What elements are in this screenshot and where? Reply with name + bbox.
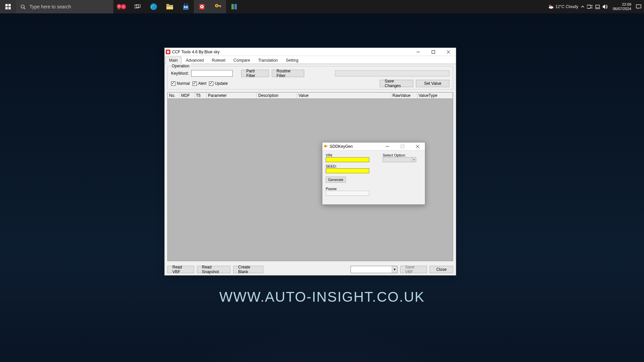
tray-chevron[interactable] xyxy=(581,5,584,8)
store-icon xyxy=(182,3,189,10)
notification-icon xyxy=(636,4,641,9)
keyword-label: KeyWord: xyxy=(171,71,189,76)
svg-rect-14 xyxy=(166,4,169,6)
start-button[interactable] xyxy=(0,0,16,13)
checkbox-update[interactable]: Update xyxy=(209,81,228,86)
weather-icon xyxy=(548,4,554,10)
ccf-app-icon xyxy=(199,3,205,10)
parti-filter-button[interactable]: PartI Filter xyxy=(241,70,269,77)
col-parameter[interactable]: Parameter xyxy=(207,93,257,99)
weather-widget[interactable]: 12°C Cloudy xyxy=(548,4,578,10)
search-placeholder: Type here to search xyxy=(30,4,71,9)
save-changes-button[interactable]: Save Changes xyxy=(380,80,413,87)
col-description[interactable]: Description xyxy=(257,93,297,99)
task-view-icon xyxy=(135,4,141,9)
taskbar-news-widget[interactable] xyxy=(113,0,129,13)
ccf-tabstrip: Main Advanced Ruleset Compare Translatio… xyxy=(165,56,456,64)
tray-notifications[interactable] xyxy=(636,4,641,9)
checkbox-alert[interactable]: Alert xyxy=(193,81,207,86)
volume-icon xyxy=(603,4,608,9)
col-rawvalue[interactable]: RawValue xyxy=(391,93,417,99)
chevron-up-icon xyxy=(581,5,584,8)
tab-ruleset[interactable]: Ruleset xyxy=(208,57,229,64)
tab-setting[interactable]: Setting xyxy=(282,57,302,64)
tray-volume[interactable] xyxy=(603,4,608,9)
tray-network[interactable] xyxy=(595,4,600,9)
roses-icon xyxy=(116,3,127,10)
taskbar-clock[interactable]: 22:09 06/07/2024 xyxy=(611,2,633,11)
tab-main[interactable]: Main xyxy=(165,57,181,64)
window-sddkeygen: SDDKeyGen VIN: SEED: Generate Passw Sele… xyxy=(322,142,425,205)
taskbar-app-unknown[interactable] xyxy=(226,0,242,13)
weather-temp: 12°C xyxy=(555,4,565,9)
svg-rect-36 xyxy=(432,50,435,53)
maximize-icon xyxy=(432,50,435,54)
taskbar-app-sddkeygen[interactable] xyxy=(210,0,226,13)
bottom-combo[interactable]: ▼ xyxy=(351,266,397,273)
tab-translation[interactable]: Translation xyxy=(254,57,281,64)
svg-rect-11 xyxy=(136,4,140,7)
passw-output xyxy=(326,191,369,196)
read-vbf-button[interactable]: Read VBF xyxy=(167,266,194,273)
create-blank-button[interactable]: Create Blank xyxy=(233,266,263,273)
select-option-combo[interactable]: ▼ xyxy=(383,157,416,162)
network-icon xyxy=(595,4,600,9)
col-valuetype[interactable]: ValueType xyxy=(417,93,453,99)
vin-input[interactable] xyxy=(326,157,369,162)
close-button[interactable] xyxy=(441,48,456,56)
generate-button[interactable]: Generate xyxy=(326,177,346,183)
system-tray: 12°C Cloudy 22:09 06/07/2024 xyxy=(545,0,644,13)
svg-rect-43 xyxy=(401,145,404,148)
svg-rect-3 xyxy=(8,7,11,9)
routine-filter-button[interactable]: Routine Filter xyxy=(272,70,305,77)
key-titlebar[interactable]: SDDKeyGen xyxy=(322,142,425,150)
passw-label: Passw xyxy=(326,187,369,191)
svg-point-21 xyxy=(201,6,203,7)
svg-rect-1 xyxy=(8,4,11,6)
select-option-label: Select Option: xyxy=(383,153,416,157)
save-vbf-button[interactable]: Save VBF xyxy=(400,266,427,273)
close-app-button[interactable]: Close xyxy=(430,266,453,273)
operation-panel: Operation KeyWord: PartI Filter Routine … xyxy=(167,66,453,89)
minimize-button[interactable] xyxy=(411,48,426,56)
tab-compare[interactable]: Compare xyxy=(230,57,254,64)
minimize-icon xyxy=(386,145,389,148)
tab-advanced[interactable]: Advanced xyxy=(182,57,207,64)
svg-rect-24 xyxy=(218,5,221,6)
taskbar-app-store[interactable] xyxy=(178,0,194,13)
generic-app-icon xyxy=(231,3,237,10)
svg-point-29 xyxy=(549,5,551,7)
search-icon xyxy=(16,4,30,9)
clock-date: 06/07/2024 xyxy=(613,7,631,11)
taskbar-app-edge[interactable] xyxy=(146,0,162,13)
svg-rect-26 xyxy=(231,4,234,9)
key-window-icon xyxy=(322,144,330,149)
svg-rect-31 xyxy=(596,5,599,8)
taskbar-app-explorer[interactable] xyxy=(162,0,178,13)
col-no[interactable]: No. xyxy=(168,93,180,99)
col-mdf[interactable]: MDF xyxy=(180,93,195,99)
vin-label: VIN: xyxy=(326,153,369,157)
svg-rect-32 xyxy=(636,5,641,8)
key-minimize-button[interactable] xyxy=(380,142,395,150)
checkbox-normal[interactable]: Normal xyxy=(171,81,190,86)
tray-meet-now[interactable] xyxy=(587,5,592,9)
set-value-button[interactable]: Set Value xyxy=(416,80,449,87)
maximize-button[interactable] xyxy=(426,48,441,56)
col-value[interactable]: Value xyxy=(297,93,391,99)
ccf-titlebar[interactable]: CCF Tools 4.6 By:Blue sky xyxy=(165,48,456,56)
seed-input[interactable] xyxy=(326,168,369,173)
taskbar-app-ccf-tools[interactable] xyxy=(194,0,210,13)
keyword-input[interactable] xyxy=(191,70,232,77)
maximize-icon xyxy=(401,145,404,148)
meet-now-icon xyxy=(587,5,592,9)
chevron-down-icon: ▼ xyxy=(412,158,416,162)
taskbar-search[interactable]: Type here to search xyxy=(16,0,113,13)
svg-rect-30 xyxy=(587,5,591,8)
key-close-button[interactable] xyxy=(410,142,425,150)
svg-rect-15 xyxy=(166,6,173,6)
task-view-button[interactable] xyxy=(129,0,146,13)
col-t5[interactable]: T5 xyxy=(195,93,207,99)
read-snapshot-button[interactable]: Read Snapshot xyxy=(197,266,230,273)
windows-icon xyxy=(5,4,11,9)
